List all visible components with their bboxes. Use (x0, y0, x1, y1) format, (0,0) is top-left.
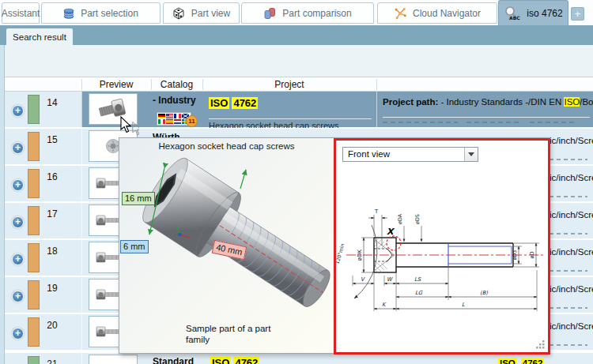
tab-label: Part comparison (282, 8, 351, 19)
app-window: Assistant Part selection Part view (0, 0, 593, 364)
divider (209, 118, 372, 119)
new-tab-button[interactable]: + (571, 7, 584, 21)
compare-parts-icon (263, 7, 276, 20)
resize-grip[interactable] (536, 340, 546, 350)
project-name: ISO4762 (209, 96, 258, 110)
svg-text:LS: LS (414, 276, 421, 283)
table-row-21[interactable]: 21 Standard ISO4762 ISO4762 (5, 353, 593, 364)
project-name: ISO4762 (210, 355, 259, 364)
svg-text:120°min: 120°min (336, 243, 346, 265)
column-separator (376, 79, 377, 90)
expand-row-button[interactable]: + (12, 216, 24, 228)
svg-text:øDK: øDK (357, 249, 363, 261)
expand-row-button[interactable]: + (12, 328, 24, 340)
row-number: 20 (38, 320, 66, 331)
svg-text:T: T (374, 208, 379, 215)
row-number: 14 (38, 97, 66, 108)
project-path: Project path: - Industry Standards -/DIN… (383, 97, 593, 107)
tab-search-result[interactable]: Search result (6, 28, 73, 45)
main-tab-bar: Assistant Part selection Part view (0, 0, 593, 25)
expand-row-button[interactable]: + (12, 179, 24, 191)
svg-text:K: K (382, 302, 387, 308)
network-icon (394, 7, 406, 20)
cube-icon (172, 7, 185, 20)
highlight-iso-path: ISO (564, 97, 580, 107)
tab-part-view[interactable]: Part view (163, 2, 240, 24)
expand-row-button[interactable]: + (12, 142, 24, 154)
project-path-highlights: ISO4762 (498, 355, 544, 364)
dim-badge-head: 16 mm (122, 192, 155, 205)
expand-row-button[interactable]: + (12, 253, 24, 265)
technical-drawing: X T øDK 120°min øDA øDS (336, 162, 548, 354)
mouse-cursor-icon (120, 116, 139, 137)
tab-label: Part view (191, 8, 230, 19)
search-result-label: Search result (13, 32, 66, 42)
column-separator (81, 79, 82, 90)
svg-text:(B): (B) (480, 290, 488, 296)
svg-text:LG: LG (415, 290, 423, 296)
row-number: 17 (38, 208, 66, 220)
tab-label: Assistant (2, 8, 40, 19)
table-header: Preview Catalog Project (5, 77, 593, 92)
expand-row-button[interactable]: + (12, 105, 24, 117)
table-row-14[interactable]: + 14 - Industry 11 ISO4762 Hexagon soc (5, 92, 593, 127)
row-number: 16 (38, 171, 66, 182)
search-abc-icon: ABC (504, 6, 521, 21)
chevron-down-icon (468, 152, 474, 159)
highlight-iso: ISO (209, 97, 229, 109)
path-sliver: ic/inch/Scre (550, 247, 593, 257)
tab-label: Cloud Navigator (413, 8, 481, 19)
tab-iso-4762-active[interactable]: ABC iso 4762 (498, 0, 568, 25)
row-number: 19 (38, 283, 66, 294)
tab-part-selection[interactable]: Part selection (41, 2, 161, 24)
path-sliver: ic/inch/Scre (550, 210, 593, 220)
dim-badge-socket: 6 mm (120, 240, 149, 253)
svg-text:W: W (387, 276, 393, 283)
subtab-bar (0, 25, 593, 45)
view-dropdown-arrow[interactable] (464, 148, 478, 161)
expand-row-button[interactable]: + (12, 291, 24, 302)
project-name-clipped: Hexagon socket head cap screws (209, 121, 375, 128)
svg-text:V: V (361, 276, 365, 283)
tab-label: Part selection (81, 8, 138, 19)
header-project[interactable]: Project (202, 79, 376, 90)
path-sliver: ic/inch/Scre (550, 321, 593, 331)
svg-text:L: L (462, 302, 465, 308)
highlight-4762: 4762 (232, 97, 258, 109)
tab-label: iso 4762 (527, 8, 562, 19)
path-sliver: ic/inch/Scre (550, 136, 593, 145)
catalog-count-badge: 11 (186, 115, 198, 127)
popup-caption: Sample part of a partfamily (186, 323, 289, 345)
part-preview-thumbnail[interactable] (89, 355, 138, 364)
svg-text:øD3: øD3 (512, 250, 517, 261)
divider (383, 117, 590, 118)
view-dropdown[interactable]: Front view (342, 147, 478, 162)
database-icon (63, 8, 74, 19)
tab-part-comparison[interactable]: Part comparison (241, 2, 374, 24)
column-separator (202, 79, 203, 90)
view-dropdown-value: Front view (348, 149, 390, 159)
path-sliver: ic/inch/Scre (550, 173, 593, 182)
header-catalog[interactable]: Catalog (151, 79, 202, 90)
tab-cloud-navigator[interactable]: Cloud Navigator (377, 2, 497, 24)
svg-text:X: X (387, 227, 395, 237)
header-preview[interactable]: Preview (81, 79, 151, 90)
filter-toolbar: Filter: All catalogs (0, 45, 593, 77)
path-sliver: ic/inch/Scre (550, 284, 593, 294)
svg-text:ABC: ABC (509, 14, 520, 20)
part-preview-popup: Hexagon socket head cap screws (119, 137, 550, 354)
svg-text:øD: øD (529, 251, 535, 258)
column-separator (151, 79, 152, 90)
row-number: 21 (38, 358, 66, 364)
catalog-name: - Industry (153, 95, 196, 106)
tab-assistant[interactable]: Assistant (2, 2, 40, 24)
svg-text:øDS: øDS (414, 214, 421, 224)
svg-text:øDA: øDA (397, 213, 403, 224)
row-number: 15 (38, 134, 66, 145)
catalog-name: Standard (153, 356, 194, 364)
technical-drawing-panel: Front view (334, 138, 550, 355)
row-number: 18 (38, 246, 66, 257)
